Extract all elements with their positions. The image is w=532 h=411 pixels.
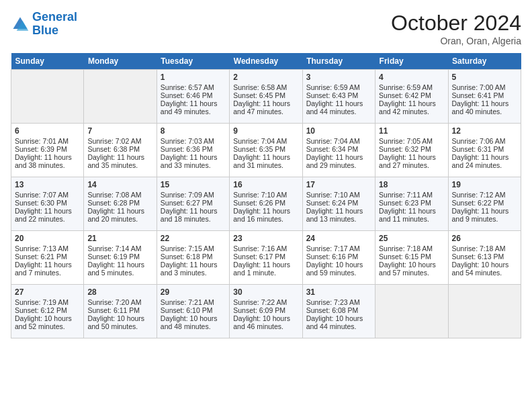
day-info: Sunrise: 7:18 AM [452,244,517,253]
day-info: and 5 minutes. [87,269,152,277]
day-info: Daylight: 11 hours [15,207,80,215]
day-info: and 20 minutes. [87,215,152,223]
day-info: Sunrise: 6:59 AM [379,83,444,91]
day-info: Sunrise: 7:05 AM [379,137,444,145]
day-info: Sunset: 6:41 PM [452,91,517,99]
day-info: Sunset: 6:35 PM [233,145,298,153]
calendar-cell [375,285,448,338]
calendar-cell: 6Sunrise: 7:01 AMSunset: 6:39 PMDaylight… [11,124,84,177]
month-title: October 2024 [391,11,521,36]
day-info: Sunrise: 7:20 AM [87,298,152,306]
day-number: 30 [233,287,298,297]
day-info: Sunset: 6:31 PM [452,145,517,153]
calendar-cell: 8Sunrise: 7:03 AMSunset: 6:36 PMDaylight… [157,124,229,177]
day-info: and 35 minutes. [87,161,152,169]
day-number: 2 [233,73,298,82]
calendar-cell: 21Sunrise: 7:14 AMSunset: 6:19 PMDayligh… [84,231,157,285]
day-info: and 11 minutes. [379,215,444,223]
day-info: and 59 minutes. [306,269,371,277]
day-info: Daylight: 11 hours [87,261,152,269]
day-info: Sunset: 6:30 PM [15,199,80,207]
weekday-header-saturday: Saturday [448,53,521,70]
day-info: Sunrise: 7:14 AM [87,244,152,253]
calendar-week-row: 27Sunrise: 7:19 AMSunset: 6:12 PMDayligh… [11,285,521,338]
day-info: Sunset: 6:26 PM [233,199,298,207]
day-info: Sunset: 6:32 PM [379,145,444,153]
calendar-cell: 24Sunrise: 7:17 AMSunset: 6:16 PMDayligh… [302,231,375,285]
day-info: and 52 minutes. [15,322,80,330]
calendar-cell: 11Sunrise: 7:05 AMSunset: 6:32 PMDayligh… [375,124,448,177]
day-number: 24 [306,234,371,243]
day-info: Sunset: 6:38 PM [87,145,152,153]
day-info: Sunset: 6:09 PM [233,306,298,314]
day-info: Daylight: 11 hours [452,153,517,161]
day-info: Daylight: 11 hours [161,261,226,269]
day-info: Sunset: 6:11 PM [87,306,152,314]
day-info: Sunrise: 7:08 AM [87,191,152,199]
day-info: Sunset: 6:19 PM [87,253,152,261]
day-info: Daylight: 11 hours [233,261,298,269]
day-info: Sunset: 6:12 PM [15,306,80,314]
calendar-cell: 28Sunrise: 7:20 AMSunset: 6:11 PMDayligh… [84,285,157,338]
day-info: Daylight: 11 hours [87,207,152,215]
day-info: Sunset: 6:13 PM [452,253,517,261]
day-info: Sunrise: 7:16 AM [233,244,298,253]
day-info: Sunrise: 6:58 AM [233,83,298,91]
calendar-cell: 27Sunrise: 7:19 AMSunset: 6:12 PMDayligh… [11,285,84,338]
calendar-cell: 15Sunrise: 7:09 AMSunset: 6:27 PMDayligh… [157,177,229,231]
calendar-cell: 9Sunrise: 7:04 AMSunset: 6:35 PMDaylight… [230,124,302,177]
day-info: Sunrise: 7:02 AM [87,137,152,145]
day-number: 22 [161,234,226,243]
day-info: Daylight: 11 hours [233,153,298,161]
day-info: Sunrise: 7:06 AM [452,137,517,145]
page-header: General Blue October 2024 Oran, Oran, Al… [11,11,521,46]
calendar-cell: 3Sunrise: 6:59 AMSunset: 6:43 PMDaylight… [302,70,375,124]
day-number: 11 [379,126,444,136]
day-info: and 27 minutes. [379,161,444,169]
calendar-week-row: 6Sunrise: 7:01 AMSunset: 6:39 PMDaylight… [11,124,521,177]
day-info: and 9 minutes. [452,215,517,223]
day-info: Daylight: 10 hours [452,261,517,269]
day-info: Sunset: 6:34 PM [306,145,371,153]
calendar-cell: 29Sunrise: 7:21 AMSunset: 6:10 PMDayligh… [157,285,229,338]
day-info: and 31 minutes. [233,161,298,169]
day-info: Sunrise: 7:12 AM [452,191,517,199]
calendar-cell: 23Sunrise: 7:16 AMSunset: 6:17 PMDayligh… [230,231,302,285]
day-info: Daylight: 10 hours [233,314,298,322]
day-info: Sunset: 6:17 PM [233,253,298,261]
day-info: Sunrise: 6:59 AM [306,83,371,91]
weekday-header-wednesday: Wednesday [230,53,302,70]
calendar-cell: 5Sunrise: 7:00 AMSunset: 6:41 PMDaylight… [448,70,521,124]
calendar-cell: 13Sunrise: 7:07 AMSunset: 6:30 PMDayligh… [11,177,84,231]
calendar-cell: 26Sunrise: 7:18 AMSunset: 6:13 PMDayligh… [448,231,521,285]
day-info: and 7 minutes. [15,269,80,277]
day-number: 7 [87,126,152,136]
day-info: and 57 minutes. [379,269,444,277]
day-info: and 49 minutes. [161,107,226,116]
day-info: Daylight: 11 hours [379,207,444,215]
day-info: Sunset: 6:24 PM [306,199,371,207]
calendar-cell: 14Sunrise: 7:08 AMSunset: 6:28 PMDayligh… [84,177,157,231]
calendar-cell [11,70,84,124]
day-info: and 22 minutes. [15,215,80,223]
day-number: 3 [306,73,371,82]
logo-text: General Blue [32,11,77,38]
day-info: Sunset: 6:22 PM [452,199,517,207]
calendar-cell: 25Sunrise: 7:18 AMSunset: 6:15 PMDayligh… [375,231,448,285]
calendar-week-row: 20Sunrise: 7:13 AMSunset: 6:21 PMDayligh… [11,231,521,285]
day-number: 16 [233,180,298,189]
day-info: Daylight: 11 hours [161,207,226,215]
day-info: Sunset: 6:45 PM [233,91,298,99]
calendar-cell: 31Sunrise: 7:23 AMSunset: 6:08 PMDayligh… [302,285,375,338]
day-info: and 44 minutes. [306,107,371,116]
day-info: Daylight: 11 hours [306,207,371,215]
day-info: Daylight: 11 hours [15,153,80,161]
day-number: 18 [379,180,444,189]
day-info: Sunset: 6:21 PM [15,253,80,261]
calendar-cell: 20Sunrise: 7:13 AMSunset: 6:21 PMDayligh… [11,231,84,285]
title-block: October 2024 Oran, Oran, Algeria [391,11,521,46]
day-info: Sunset: 6:23 PM [379,199,444,207]
calendar-table: SundayMondayTuesdayWednesdayThursdayFrid… [11,53,521,338]
calendar-cell: 18Sunrise: 7:11 AMSunset: 6:23 PMDayligh… [375,177,448,231]
day-info: Sunrise: 7:04 AM [306,137,371,145]
